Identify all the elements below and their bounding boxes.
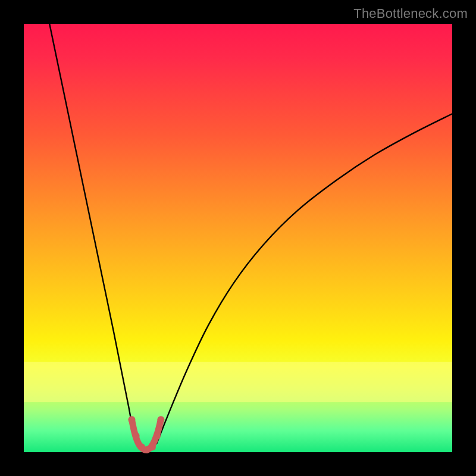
chart-svg <box>24 24 452 452</box>
marker-dot <box>157 416 164 423</box>
marker-dots <box>128 416 164 453</box>
marker-dot <box>154 433 161 440</box>
watermark-text: TheBottleneck.com <box>353 6 468 21</box>
marker-dot <box>149 443 156 450</box>
series-right-curve <box>156 114 452 443</box>
series-left-curve <box>49 24 136 444</box>
marker-dot <box>128 416 135 423</box>
marker-dot <box>133 433 140 440</box>
series-group <box>49 24 452 450</box>
chart-frame: TheBottleneck.com <box>0 0 476 476</box>
